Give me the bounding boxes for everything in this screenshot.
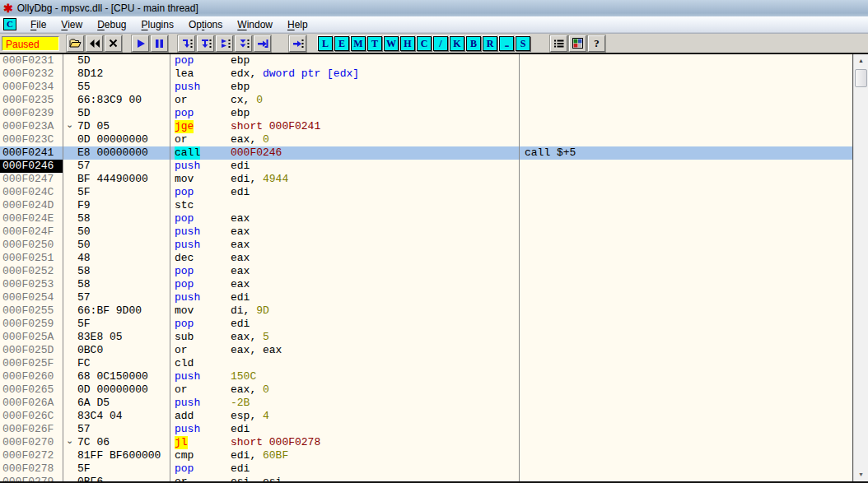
open-file-button[interactable]: [67, 35, 84, 52]
operand: eax: [231, 239, 250, 251]
disasm-row[interactable]: 000F025358popeax: [0, 278, 852, 291]
disasm-row[interactable]: 000F0241E8 00000000call000F0246call $+5: [0, 146, 852, 160]
scroll-down-icon[interactable]: ▼: [854, 468, 868, 481]
close-button[interactable]: [105, 35, 122, 52]
operand: edi,: [231, 173, 263, 185]
instruction-cell: orcx, 0: [170, 94, 520, 107]
disasm-row[interactable]: 000F026068 0C150000push150C: [0, 370, 852, 383]
address-cell: 000F0278: [0, 462, 63, 476]
disasm-row[interactable]: 000F024C5Fpopedi: [0, 186, 852, 199]
disasm-row[interactable]: 000F02595Fpopedi: [0, 318, 852, 331]
view-button-windows[interactable]: W: [384, 36, 399, 51]
step-into-button[interactable]: [178, 35, 195, 52]
view-button-threads[interactable]: T: [367, 36, 382, 51]
run-button[interactable]: [132, 35, 149, 52]
disasm-row[interactable]: 000F025D0BC0oreax, eax: [0, 344, 852, 357]
comment-cell: [520, 331, 852, 344]
menu-options[interactable]: Options: [181, 17, 230, 32]
disasm-row[interactable]: 000F025A83E8 05subeax, 5: [0, 331, 852, 344]
operand: eax: [231, 225, 250, 238]
disasm-row[interactable]: 000F023A⌄7D 05jgeshort 000F0241: [0, 120, 852, 133]
instruction-cell: pushedi: [170, 160, 520, 173]
hexbytes-cell: FC: [64, 357, 170, 370]
close-icon: [109, 39, 118, 48]
disasm-row[interactable]: 000F025FFCcld: [0, 357, 852, 370]
menu-view[interactable]: View: [54, 17, 90, 32]
disasm-row[interactable]: 000F025148deceax: [0, 252, 852, 265]
view-button-references[interactable]: R: [483, 36, 497, 51]
hexbytes-cell: 5F: [64, 186, 170, 199]
view-button-call-stack[interactable]: K: [450, 36, 464, 51]
hexbytes-cell: 57: [64, 160, 170, 173]
disasm-row[interactable]: 000F02315Dpopebp: [0, 54, 852, 67]
operand: eax: [231, 278, 250, 290]
instruction-cell: cmpedi, 60BF: [170, 449, 520, 462]
disasm-row[interactable]: 000F023455pushebp: [0, 81, 852, 94]
view-button-patches[interactable]: /: [433, 36, 448, 51]
view-button-cpu[interactable]: C: [417, 36, 432, 51]
view-button-breakpoints[interactable]: B: [466, 36, 481, 51]
disasm-row[interactable]: 000F02785Fpopedi: [0, 462, 852, 476]
disasm-row[interactable]: 000F02395Dpopebp: [0, 107, 852, 120]
disasm-row[interactable]: 000F02790BF6oresi, esi: [0, 476, 852, 481]
step-over-button[interactable]: [197, 35, 214, 52]
vertical-scrollbar[interactable]: ▲ ▼: [853, 54, 868, 481]
disasm-row[interactable]: 000F02328D12leaedx, dword ptr [edx]: [0, 67, 852, 81]
execute-till-return-button[interactable]: [254, 35, 271, 52]
disasm-row[interactable]: 000F024F50pusheax: [0, 225, 852, 239]
operand: ebp: [231, 107, 250, 119]
view-button-run-trace[interactable]: ...: [499, 36, 514, 51]
help-button[interactable]: ?: [588, 35, 605, 52]
disasm-row[interactable]: 000F024DF9stc: [0, 199, 852, 212]
disasm-row[interactable]: 000F02650D 00000000oreax, 0: [0, 383, 852, 397]
comment-cell: [520, 462, 852, 476]
disasm-row[interactable]: 000F025457pushedi: [0, 291, 852, 304]
address-cell: 000F0247: [0, 173, 63, 186]
view-button-memory-map[interactable]: M: [351, 36, 366, 51]
operand: eax,: [231, 133, 263, 146]
menu-file[interactable]: File: [23, 17, 54, 32]
hexbytes-cell: 8D12: [64, 67, 170, 81]
disasm-row[interactable]: 000F025566:BF 9D00movdi, 9D: [0, 304, 852, 318]
menu-window[interactable]: Window: [230, 17, 280, 32]
cpu-window-system-icon[interactable]: C: [3, 18, 16, 30]
disasm-row[interactable]: 000F023C0D 00000000oreax, 0: [0, 133, 852, 146]
disasm-row[interactable]: 000F024657pushedi: [0, 160, 852, 173]
address-cell: 000F024C: [0, 186, 63, 199]
disasm-row[interactable]: 000F024E58popeax: [0, 212, 852, 225]
disasm-row[interactable]: 000F025258popeax: [0, 265, 852, 278]
view-button-log[interactable]: L: [318, 36, 333, 51]
disasm-row[interactable]: 000F026A6A D5push-2B: [0, 397, 852, 410]
animate-over-button[interactable]: [235, 35, 252, 52]
scroll-up-icon[interactable]: ▲: [854, 54, 868, 67]
windows-list-button[interactable]: [550, 35, 567, 52]
disasm-row[interactable]: 000F023566:83C9 00orcx, 0: [0, 94, 852, 107]
view-button-source[interactable]: S: [516, 36, 530, 51]
menu-help[interactable]: Help: [280, 17, 315, 32]
menu-items: FileViewDebugPluginsOptionsWindowHelp: [23, 16, 315, 32]
disasm-row[interactable]: 000F026C83C4 04addesp, 4: [0, 410, 852, 423]
view-button-handles[interactable]: H: [400, 36, 415, 51]
execute-till-user-code-button[interactable]: [289, 35, 306, 52]
instruction-cell: popebp: [170, 107, 520, 120]
disasm-row[interactable]: 000F025050pusheax: [0, 239, 852, 252]
menu-debug[interactable]: Debug: [90, 17, 133, 32]
disasm-row[interactable]: 000F0247BF 44490000movedi, 4944: [0, 173, 852, 186]
operand: 0: [263, 133, 269, 146]
mnemonic: or: [175, 383, 231, 397]
address-cell: 000F0265: [0, 383, 63, 397]
menu-plugins[interactable]: Plugins: [134, 17, 181, 32]
disasm-row[interactable]: 000F0270⌄7C 06jlshort 000F0278: [0, 436, 852, 449]
pause-button[interactable]: [151, 35, 168, 52]
appearance-button[interactable]: [569, 35, 586, 52]
instruction-cell: oreax, 0: [170, 133, 520, 146]
restart-button[interactable]: [86, 35, 103, 52]
mnemonic: mov: [175, 304, 231, 318]
view-button-executable-modules[interactable]: E: [334, 36, 349, 51]
disasm-row[interactable]: 000F027281FF BF600000cmpedi, 60BF: [0, 449, 852, 462]
instruction-cell: push-2B: [170, 397, 520, 410]
animate-into-button[interactable]: [216, 35, 233, 52]
address-cell: 000F0259: [0, 318, 63, 331]
scrollbar-thumb[interactable]: [855, 69, 867, 87]
disasm-row[interactable]: 000F026F57pushedi: [0, 423, 852, 436]
